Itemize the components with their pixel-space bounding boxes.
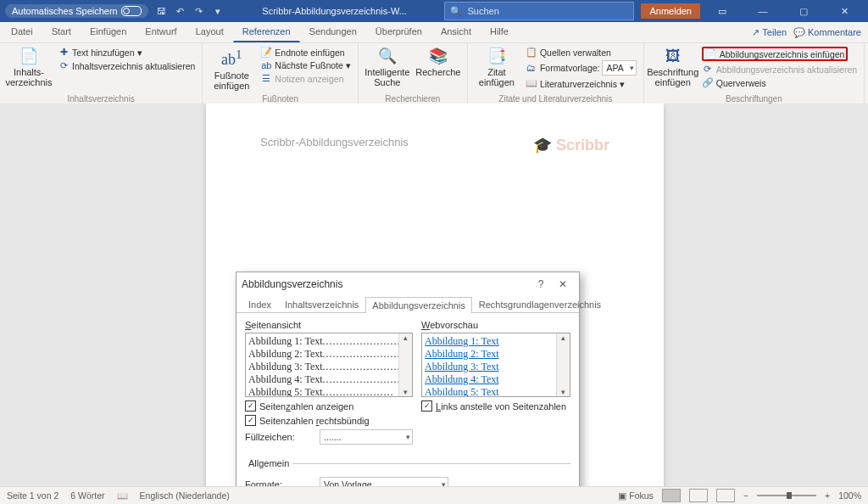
insert-citation-button[interactable]: 📑Zitat einfügen xyxy=(473,46,520,90)
smart-lookup-button[interactable]: 🔍Intelligente Suche xyxy=(364,46,411,90)
tab-leader-select[interactable]: ....... xyxy=(320,429,413,445)
insert-endnote-button[interactable]: 📝Endnote einfügen xyxy=(259,46,353,59)
comments-button[interactable]: 💬Kommentare xyxy=(793,22,861,42)
status-proof-icon[interactable]: 📖 xyxy=(117,490,128,501)
dialog-tabs: Index Inhaltsverzeichnis Abbildungsverze… xyxy=(236,296,579,313)
status-words[interactable]: 6 Wörter xyxy=(70,490,104,501)
dialog-backdrop: Abbildungsverzeichnis ? ✕ Index Inhaltsv… xyxy=(0,104,868,487)
right-align-pagenums-checkbox[interactable]: ✓Seitenzahlen rechtsbündig xyxy=(245,415,413,426)
researcher-button[interactable]: 📚Recherche xyxy=(415,46,462,79)
tab-hilfe[interactable]: Hilfe xyxy=(481,22,518,42)
tab-ansicht[interactable]: Ansicht xyxy=(431,22,481,42)
search-icon: 🔍 xyxy=(450,6,462,17)
scrollbar[interactable]: ▴▾ xyxy=(556,333,570,396)
scroll-down-icon: ▾ xyxy=(561,388,565,396)
view-web-icon[interactable] xyxy=(716,489,735,502)
show-notes-button[interactable]: ☰Notizen anzeigen xyxy=(259,72,353,85)
refresh-icon: ⟳ xyxy=(58,60,70,71)
citation-icon: 📑 xyxy=(487,48,506,65)
refresh-icon: ⟳ xyxy=(702,64,714,75)
citation-style-row: 🗂Formatvorlage: APA xyxy=(524,59,638,76)
zoom-in-button[interactable]: + xyxy=(825,490,830,501)
view-print-icon[interactable] xyxy=(662,489,681,502)
tab-entwurf[interactable]: Entwurf xyxy=(136,22,186,42)
ribbon-options-icon[interactable]: ▭ xyxy=(704,0,741,22)
dtab-toa[interactable]: Rechtsgrundlagenverzeichnis xyxy=(472,296,608,312)
citation-style-select[interactable]: APA xyxy=(602,60,636,76)
tab-sendungen[interactable]: Sendungen xyxy=(300,22,366,42)
scroll-down-icon: ▾ xyxy=(403,388,408,396)
tab-einfuegen[interactable]: Einfügen xyxy=(81,22,136,42)
group-captions: 🖼Beschriftung einfügen 📄Abbildungsverzei… xyxy=(644,43,865,104)
web-preview-label: Webvorschau xyxy=(421,320,570,330)
signin-button[interactable]: Anmelden xyxy=(641,3,700,19)
document-area: Scribbr-Abbildungsverzeichnis 🎓 Scribbr … xyxy=(0,104,868,487)
caption-icon: 🖼 xyxy=(665,48,681,65)
toc-button[interactable]: 📄Inhalts- verzeichnis xyxy=(5,46,53,90)
sources-icon: 📋 xyxy=(526,47,537,58)
insert-caption-button[interactable]: 🖼Beschriftung einfügen xyxy=(649,46,697,90)
group-footnotes: ab1Fußnote einfügen 📝Endnote einfügen ab… xyxy=(203,43,359,104)
print-preview-list[interactable]: Abbildung 1: Text.......................… xyxy=(245,333,413,397)
tab-start[interactable]: Start xyxy=(42,22,81,42)
update-tof-button[interactable]: ⟳Abbildungsverzeichnis aktualisieren xyxy=(700,63,859,76)
dialog-help-button[interactable]: ? xyxy=(530,278,552,290)
tab-ueberpruefen[interactable]: Überprüfen xyxy=(366,22,431,42)
zoom-value[interactable]: 100% xyxy=(838,490,861,501)
crossref-icon: 🔗 xyxy=(702,77,714,88)
group-citations: 📑Zitat einfügen 📋Quellen verwalten 🗂Form… xyxy=(468,43,644,104)
dtab-tof[interactable]: Abbildungsverzeichnis xyxy=(365,297,471,313)
show-page-numbers-checkbox[interactable]: ✓Seitenzahlen anzeigen xyxy=(245,400,413,412)
add-text-button[interactable]: ✚Text hinzufügen ▾ xyxy=(56,46,197,59)
tab-leader-row: Füllzeichen: ....... xyxy=(245,429,413,445)
view-read-icon[interactable] xyxy=(689,489,708,502)
insert-footnote-button[interactable]: ab1Fußnote einfügen xyxy=(208,46,255,93)
next-footnote-button[interactable]: abNächste Fußnote ▾ xyxy=(259,59,353,71)
autosave-toggle[interactable]: Automatisches Speichern xyxy=(5,4,148,18)
document-title: Scribbr-Abbildungsverzeichnis-W... xyxy=(225,6,445,16)
toc-icon: 📄 xyxy=(19,48,38,65)
notes-icon: ☰ xyxy=(260,73,272,84)
search-box[interactable]: 🔍 Suchen xyxy=(444,2,634,20)
minimize-icon[interactable]: — xyxy=(744,0,782,22)
bibliography-button[interactable]: 📖Literaturverzeichnis ▾ xyxy=(524,77,638,90)
zoom-out-button[interactable]: − xyxy=(743,490,748,501)
zoom-slider[interactable] xyxy=(757,495,816,496)
dtab-index[interactable]: Index xyxy=(242,296,278,312)
insert-table-of-figures-button[interactable]: 📄Abbildungsverzeichnis einfügen xyxy=(700,46,859,62)
use-hyperlinks-checkbox[interactable]: ✓Links anstelle von Seitenzahlen xyxy=(421,400,570,412)
cross-reference-button[interactable]: 🔗Querverweis xyxy=(700,76,859,89)
status-language[interactable]: Englisch (Niederlande) xyxy=(140,490,230,501)
tof-icon: 📄 xyxy=(705,48,717,59)
group-research: 🔍Intelligente Suche 📚Recherche Recherchi… xyxy=(359,43,468,104)
share-button[interactable]: ↗Teilen xyxy=(752,22,787,42)
qat-more-icon[interactable]: ▾ xyxy=(211,4,225,18)
status-page[interactable]: Seite 1 von 2 xyxy=(7,490,58,501)
book-icon: 📚 xyxy=(429,48,448,65)
endnote-icon: 📝 xyxy=(260,47,272,58)
web-preview-list[interactable]: Abbildung 1: Text Abbildung 2: Text Abbi… xyxy=(421,333,570,397)
add-text-icon: ✚ xyxy=(58,47,70,58)
style-icon: 🗂 xyxy=(526,63,537,73)
undo-icon[interactable]: ↶ xyxy=(174,4,187,18)
ribbon: 📄Inhalts- verzeichnis ✚Text hinzufügen ▾… xyxy=(0,43,868,105)
print-preview-label: Seitenansicht xyxy=(245,320,413,330)
dtab-toc[interactable]: Inhaltsverzeichnis xyxy=(278,296,365,312)
share-icon: ↗ xyxy=(752,27,760,38)
tab-datei[interactable]: Datei xyxy=(2,22,42,42)
general-fieldset: Allgemein Formate: Von Vorlage Beschrift… xyxy=(245,458,570,487)
close-icon[interactable]: ✕ xyxy=(826,0,863,22)
scrollbar[interactable]: ▴▾ xyxy=(398,333,412,396)
dialog-titlebar: Abbildungsverzeichnis ? ✕ xyxy=(236,272,579,296)
maximize-icon[interactable]: ▢ xyxy=(785,0,822,22)
manage-sources-button[interactable]: 📋Quellen verwalten xyxy=(524,46,638,59)
focus-mode[interactable]: ▣ Fokus xyxy=(618,490,654,501)
tab-layout[interactable]: Layout xyxy=(186,22,233,42)
search-icon: 🔍 xyxy=(378,48,397,65)
status-bar: Seite 1 von 2 6 Wörter 📖 Englisch (Niede… xyxy=(0,486,868,504)
save-icon[interactable]: 🖫 xyxy=(155,4,169,18)
tab-referenzen[interactable]: Referenzen xyxy=(233,22,300,42)
dialog-close-button[interactable]: ✕ xyxy=(552,278,574,290)
redo-icon[interactable]: ↷ xyxy=(192,4,206,18)
update-toc-button[interactable]: ⟳Inhaltsverzeichnis aktualisieren xyxy=(56,59,197,72)
